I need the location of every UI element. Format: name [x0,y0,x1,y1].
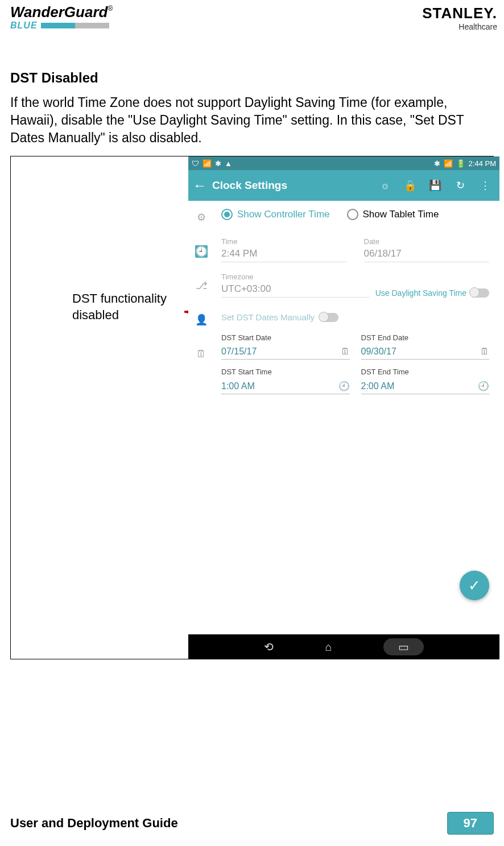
lock-icon[interactable]: 🔒 [400,179,420,192]
status-time: 2:44 PM [469,159,496,168]
tree-icon[interactable]: ⎇ [195,279,208,292]
figure-frame: DST functionality disabled 🛡 📶 ✱ ▲ [10,156,494,659]
dst-start-date-value: 07/15/17 [221,346,257,357]
section-body: If the world Time Zone does not support … [10,94,494,147]
back-icon[interactable]: ← [193,178,206,193]
dst-toggle-label: Use Daylight Saving Time [375,288,466,298]
logo-sub: BLUE [10,20,38,31]
callout-label: DST functionality disabled [72,291,167,323]
android-navbar: ⟲ ⌂ ▭ [188,634,499,659]
dst-end-time-label: DST End Time [361,368,490,376]
dst-start-time-label: DST Start Time [221,368,350,376]
user-icon[interactable]: 👤 [195,313,208,326]
dst-end-time-field[interactable]: DST End Time 2:00 AM 🕘 [361,368,490,394]
dst-start-time-value: 1:00 AM [221,381,255,391]
dst-end-date-value: 09/30/17 [361,346,396,357]
time-value: 2:44 PM [221,246,347,262]
tz-label: Timezone [221,273,370,281]
main-pane: Show Controller Time Show Tablet Time Ti… [214,201,499,634]
section-heading: DST Disabled [10,70,494,86]
footer-title: User and Deployment Guide [10,816,178,831]
dst-end-time-value: 2:00 AM [361,381,395,391]
status-bar: 🛡 📶 ✱ ▲ ✱ 📶 🔋 2:44 PM [188,156,499,170]
radio-controller-label: Show Controller Time [237,209,330,220]
time-label: Time [221,237,347,246]
brand-sub: Healthcare [422,22,497,31]
date-label: Date [364,237,490,246]
app-bar: ← Clock Settings ☼ 🔒 💾 ↻ ⋮ [188,170,499,201]
manual-dst-toggle[interactable] [319,313,338,322]
page-number: 97 [447,812,494,835]
side-icon-strip: ⚙ 🕘 ⎇ 👤 🗓 [188,201,214,634]
brand-dot: . [493,5,497,22]
date-field[interactable]: Date 06/18/17 [364,237,490,262]
date-value: 06/18/17 [364,246,490,262]
appbar-title: Clock Settings [212,179,370,192]
fab-confirm[interactable]: ✓ [460,571,489,600]
clock-mini-icon: 🕘 [338,381,350,391]
stanley-logo: STANLEY. Healthcare [422,5,497,31]
registered-mark: ® [108,5,113,13]
time-field[interactable]: Time 2:44 PM [221,237,347,262]
page-header: WanderGuard® BLUE STANLEY. Healthcare [0,0,504,36]
logo-bar [41,23,109,28]
nav-back-icon[interactable]: ⟲ [264,640,274,654]
battery-icon: 🔋 [456,159,465,168]
wanderguard-logo: WanderGuard® BLUE [10,5,113,31]
radio-tablet-time[interactable]: Show Tablet Time [347,209,439,220]
bluetooth-icon: ✱ [215,159,221,168]
logo-text: WanderGuard [10,3,108,20]
phone-screenshot: 🛡 📶 ✱ ▲ ✱ 📶 🔋 2:44 PM ← Clock Settings ☼… [188,156,499,659]
tz-value: UTC+03:00 [221,281,370,298]
dst-start-date-field[interactable]: DST Start Date 07/15/17 🗓 [221,333,350,360]
calendar-mini-icon: 🗓 [341,346,350,357]
save-icon[interactable]: 💾 [425,179,445,192]
dst-start-date-label: DST Start Date [221,333,350,342]
signal-icon: 📶 [444,159,453,168]
bluetooth-icon2: ✱ [434,159,440,168]
callout-line1: DST functionality [72,291,167,307]
dst-start-time-field[interactable]: DST Start Time 1:00 AM 🕘 [221,368,350,394]
radio-tablet-label: Show Tablet Time [363,209,439,220]
shield-icon: 🛡 [192,159,199,168]
nav-recent-icon[interactable]: ▭ [383,638,424,655]
gear-icon[interactable]: ⚙ [195,211,208,224]
dst-toggle[interactable] [470,288,489,298]
menu-icon[interactable]: ⋮ [476,179,495,192]
manual-dst-row[interactable]: Set DST Dates Manually [221,312,489,322]
check-icon: ✓ [468,577,481,595]
warning-icon: ▲ [225,159,232,168]
dst-end-date-field[interactable]: DST End Date 09/30/17 🗓 [361,333,490,360]
page-footer: User and Deployment Guide 97 [0,812,504,835]
brightness-icon[interactable]: ☼ [375,180,395,192]
calendar-icon[interactable]: 🗓 [195,348,208,360]
nav-home-icon[interactable]: ⌂ [325,641,332,654]
radio-controller-time[interactable]: Show Controller Time [221,209,330,220]
refresh-icon[interactable]: ↻ [451,179,470,192]
manual-dst-label: Set DST Dates Manually [221,312,315,322]
dst-toggle-row[interactable]: Use Daylight Saving Time [375,288,489,298]
callout-line2: disabled [72,307,167,324]
clock-mini-icon2: 🕘 [478,381,489,391]
wifi-icon: 📶 [203,159,212,168]
dst-end-date-label: DST End Date [361,333,490,342]
timezone-field[interactable]: Timezone UTC+03:00 [221,273,370,298]
brand-main: STANLEY [422,5,493,22]
clock-icon[interactable]: 🕘 [195,245,208,258]
calendar-mini-icon2: 🗓 [480,346,489,357]
